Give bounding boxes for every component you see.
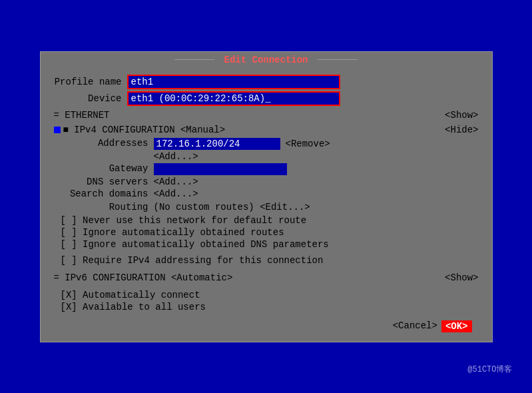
dialog-content: Profile name Device = ETHERNET <Show> ■ …	[41, 68, 492, 342]
ipv4-require-row: [ ] Require IPv4 addressing for this con…	[54, 255, 479, 266]
checkbox-all-users-label: [X] Available to all users	[61, 302, 206, 312]
dns-add-button[interactable]: <Add...>	[154, 177, 198, 187]
checkbox-auto-routes[interactable]: [ ] Ignore automatically obtained routes	[54, 227, 479, 238]
ipv4-config-label: ■ IPv4 CONFIGURATION <Manual>	[63, 125, 226, 135]
device-input[interactable]	[127, 91, 340, 106]
checkbox-require-ipv4-label: [ ] Require IPv4 addressing for this con…	[61, 255, 324, 266]
ethernet-show[interactable]: <Show>	[445, 110, 478, 121]
add-address-button[interactable]: <Add...>	[154, 151, 330, 162]
watermark: @51CTO博客	[467, 364, 512, 375]
device-row: Device	[54, 91, 479, 106]
checkbox-auto-dns-label: [ ] Ignore automatically obtained DNS pa…	[61, 239, 329, 250]
outer-frame: Edit Connection Profile name Device = ET…	[13, 12, 519, 382]
gateway-input[interactable]	[154, 163, 287, 175]
search-label: Search domains	[54, 189, 154, 199]
routing-row: Routing (No custom routes) <Edit...>	[54, 202, 479, 212]
address-entry-row: <Remove>	[154, 138, 330, 150]
profile-name-row: Profile name	[54, 75, 479, 89]
ipv6-header: = IPv6 CONFIGURATION <Automatic>	[54, 272, 233, 283]
auto-connect-section: [X] Automatically connect [X] Available …	[54, 290, 479, 312]
ipv6-show[interactable]: <Show>	[445, 272, 478, 283]
cancel-button[interactable]: <Cancel>	[393, 320, 437, 332]
ipv4-section: ■ IPv4 CONFIGURATION <Manual> <Hide> Add…	[54, 125, 479, 266]
checkbox-auto-dns[interactable]: [ ] Ignore automatically obtained DNS pa…	[54, 239, 479, 250]
profile-name-label: Profile name	[54, 77, 127, 87]
edit-connection-dialog: Edit Connection Profile name Device = ET…	[40, 51, 493, 342]
checkbox-auto-routes-label: [ ] Ignore automatically obtained routes	[61, 227, 284, 238]
title-bar: Edit Connection	[41, 52, 492, 68]
dialog-title: Edit Connection	[224, 55, 308, 65]
checkbox-require-ipv4[interactable]: [ ] Require IPv4 addressing for this con…	[54, 255, 479, 266]
ipv4-indicator	[54, 127, 61, 133]
checkbox-auto-connect-label: [X] Automatically connect	[61, 290, 200, 300]
profile-name-input[interactable]	[127, 75, 340, 89]
checkbox-default-route[interactable]: [ ] Never use this network for default r…	[54, 215, 479, 226]
gateway-label: Gateway	[54, 163, 154, 174]
ok-button[interactable]: <OK>	[441, 320, 472, 332]
search-row: Search domains <Add...>	[54, 189, 479, 199]
checkbox-all-users[interactable]: [X] Available to all users	[54, 302, 479, 312]
routing-label: Routing	[54, 202, 154, 212]
dns-label: DNS servers	[54, 177, 154, 187]
ipv4-hide[interactable]: <Hide>	[445, 125, 478, 135]
ethernet-label: = ETHERNET	[54, 110, 110, 121]
device-label: Device	[54, 93, 127, 104]
addresses-label: Addresses	[54, 138, 154, 149]
gateway-row: Gateway	[54, 163, 479, 175]
ethernet-section-header: = ETHERNET <Show>	[54, 110, 479, 121]
ipv6-header-row: = IPv6 CONFIGURATION <Automatic> <Show>	[54, 272, 479, 283]
remove-button[interactable]: <Remove>	[286, 139, 330, 149]
address-input[interactable]	[154, 138, 280, 150]
button-row: <Cancel> <OK>	[54, 320, 479, 332]
ipv6-section: = IPv6 CONFIGURATION <Automatic> <Show>	[54, 272, 479, 283]
dns-row: DNS servers <Add...>	[54, 177, 479, 187]
checkbox-auto-connect[interactable]: [X] Automatically connect	[54, 290, 479, 300]
addresses-row: Addresses <Remove> <Add...>	[54, 138, 479, 162]
ipv4-header-row: ■ IPv4 CONFIGURATION <Manual> <Hide>	[54, 125, 479, 135]
profile-section: Profile name Device	[54, 75, 479, 106]
ipv4-header: ■ IPv4 CONFIGURATION <Manual>	[54, 125, 226, 135]
checkbox-default-route-label: [ ] Never use this network for default r…	[61, 215, 307, 226]
addresses-value: <Remove> <Add...>	[154, 138, 330, 162]
routing-value[interactable]: (No custom routes) <Edit...>	[154, 202, 310, 212]
search-add-button[interactable]: <Add...>	[154, 189, 198, 199]
